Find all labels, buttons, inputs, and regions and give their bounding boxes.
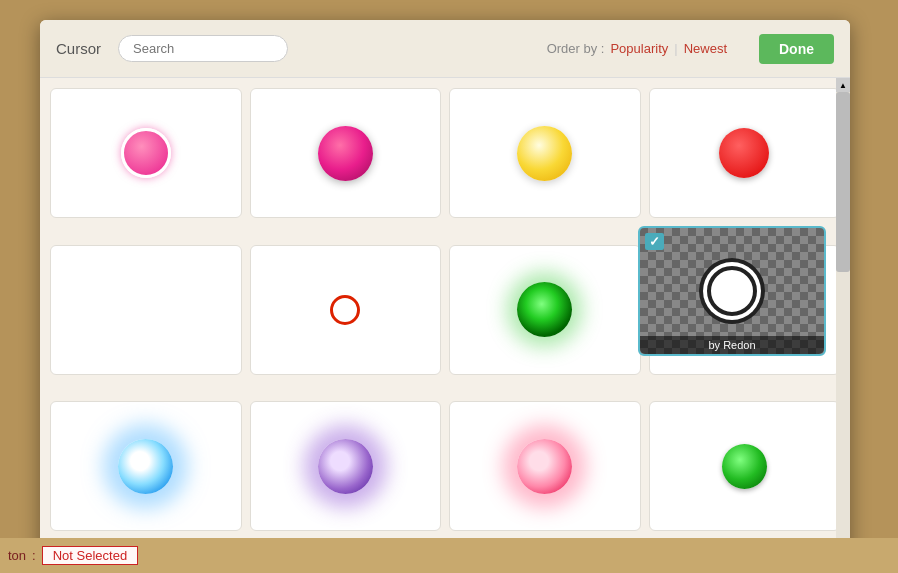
cursor-icon-pink-glow [517,439,572,494]
cursor-icon-green-glow [517,282,572,337]
cursor-icon-red-outline [330,295,360,325]
cursor-icon-green-solid [722,444,767,489]
order-newest-button[interactable]: Newest [684,41,727,56]
scroll-up-button[interactable]: ▲ [836,78,850,92]
modal-title-label: Cursor [56,40,106,57]
cursor-icon-light-blue [118,439,173,494]
cursor-item-11[interactable] [250,401,442,531]
selected-checkmark: ✓ [645,233,664,250]
modal-header: Cursor Order by : Popularity | Newest Do… [40,20,850,78]
cursor-item-4[interactable] [649,88,841,218]
cursor-item-13[interactable] [649,401,841,531]
cursor-item-10[interactable] [50,401,242,531]
cursor-item-1[interactable] [50,88,242,218]
cursor-item-6[interactable] [250,245,442,375]
order-by-label: Order by : [547,41,605,56]
bottom-status-bar: ton : Not Selected [0,538,898,573]
order-popularity-button[interactable]: Popularity [610,41,668,56]
not-selected-badge: Not Selected [42,546,138,565]
cursor-icon-red [719,128,769,178]
search-input[interactable] [118,35,288,62]
by-redon-label: by Redon [640,336,824,354]
cursor-icon-white-circle [707,266,757,316]
cursor-item-12[interactable] [449,401,641,531]
cursor-item-5[interactable] [50,245,242,375]
cursor-item-selected[interactable]: ✓ by Redon [638,226,826,356]
cursor-icon-pink-solid [318,126,373,181]
done-button[interactable]: Done [759,34,834,64]
cursor-item-7[interactable] [449,245,641,375]
scrollbar-track: ▲ ▼ [836,78,850,560]
scrollbar-thumb[interactable] [836,92,850,272]
bottom-colon: : [32,548,36,563]
cursor-item-3[interactable] [449,88,641,218]
order-by-section: Order by : Popularity | Newest [547,41,727,56]
cursor-icon-pink-outline [121,128,171,178]
order-separator: | [674,41,677,56]
cursor-icon-purple-glow [318,439,373,494]
bottom-label: ton [8,548,26,563]
cursor-item-2[interactable] [250,88,442,218]
cursor-icon-yellow [517,126,572,181]
